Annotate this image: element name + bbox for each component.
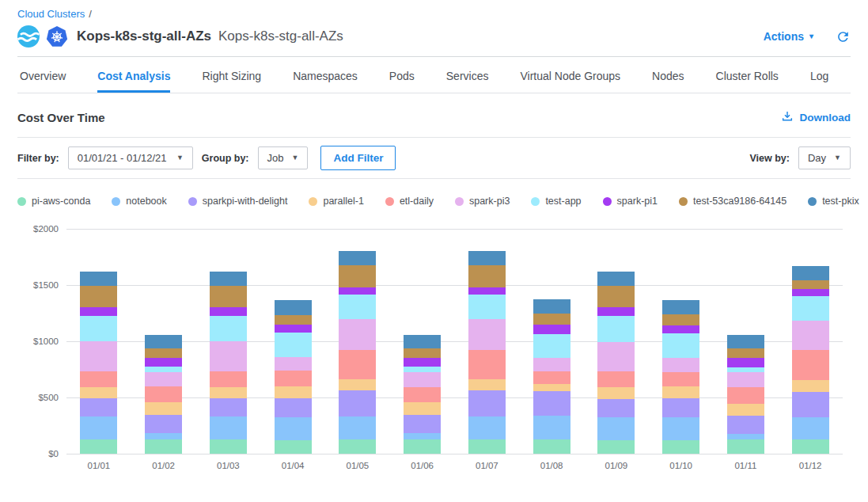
bar-segment-sparkpi-with-delight[interactable] [339,390,376,416]
legend-item-pi-aws-conda[interactable]: pi-aws-conda [17,196,90,207]
bar-segment-test-app[interactable] [533,334,570,358]
bar-segment-spark-pi1[interactable] [404,358,441,367]
bar-segment-spark-pi3[interactable] [339,319,376,349]
bar-segment-notebook[interactable] [339,416,376,439]
bar-segment-test-app[interactable] [792,296,829,321]
bar-segment-notebook[interactable] [597,417,635,440]
legend-item-notebook[interactable]: notebook [112,196,166,207]
bar-segment-etl-daily[interactable] [533,371,570,384]
stacked-bar-01-11[interactable] [727,335,764,454]
bar-segment-test-53ca9186-64145[interactable] [275,315,312,325]
bar-segment-spark-pi3[interactable] [597,342,635,372]
legend-item-spark-pi3[interactable]: spark-pi3 [455,196,510,207]
bar-segment-etl-daily[interactable] [145,386,182,402]
bar-segment-sparkpi-with-delight[interactable] [662,398,699,417]
legend-item-test-53ca9186-64145[interactable]: test-53ca9186-64145 [679,196,787,207]
bar-segment-sparkpi-with-delight[interactable] [597,399,635,417]
view-by-select[interactable]: Day ▼ [798,146,851,169]
bar-segment-sparkpi-with-delight[interactable] [727,416,764,434]
bar-segment-spark-pi1[interactable] [210,307,247,316]
date-range-select[interactable]: 01/01/21 - 01/12/21 ▼ [68,146,193,169]
bar-segment-test-53ca9186-64145[interactable] [80,286,117,308]
bar-segment-test-53ca9186-64145[interactable] [597,286,635,307]
bar-segment-pi-aws-conda[interactable] [662,440,699,454]
bar-segment-test-pkix[interactable] [468,251,506,265]
stacked-bar-01-03[interactable] [210,272,247,454]
stacked-bar-01-09[interactable] [597,272,635,454]
bar-segment-test-app[interactable] [80,316,117,341]
bar-segment-parallel-1[interactable] [210,387,247,398]
bar-segment-test-app[interactable] [404,367,441,372]
bar-segment-test-pkix[interactable] [597,272,635,286]
bar-segment-notebook[interactable] [468,416,506,439]
tab-log[interactable]: Log [810,57,828,93]
add-filter-button[interactable]: Add Filter [320,146,396,170]
bar-segment-test-53ca9186-64145[interactable] [404,348,441,357]
bar-segment-notebook[interactable] [662,417,699,440]
tab-namespaces[interactable]: Namespaces [293,57,358,93]
bar-segment-test-pkix[interactable] [662,300,699,314]
bar-segment-spark-pi3[interactable] [80,341,117,371]
bar-segment-sparkpi-with-delight[interactable] [80,398,117,416]
bar-segment-pi-aws-conda[interactable] [468,439,506,454]
bar-segment-test-53ca9186-64145[interactable] [662,314,699,325]
bar-segment-parallel-1[interactable] [468,379,506,390]
bar-segment-spark-pi1[interactable] [597,307,635,316]
stacked-bar-01-02[interactable] [145,335,182,454]
bar-segment-spark-pi1[interactable] [339,287,376,295]
bar-segment-parallel-1[interactable] [145,402,182,415]
bar-segment-spark-pi3[interactable] [792,321,829,351]
bar-segment-test-pkix[interactable] [145,335,182,348]
tab-cost-analysis[interactable]: Cost Analysis [97,57,170,93]
legend-item-test-app[interactable]: test-app [531,196,581,207]
bar-segment-parallel-1[interactable] [404,402,441,415]
bar-segment-pi-aws-conda[interactable] [80,439,117,454]
tab-services[interactable]: Services [446,57,489,93]
bar-segment-notebook[interactable] [533,416,570,439]
bar-segment-spark-pi1[interactable] [727,358,764,367]
tab-right-sizing[interactable]: Right Sizing [202,57,261,93]
bar-segment-spark-pi3[interactable] [404,372,441,386]
bar-segment-test-53ca9186-64145[interactable] [533,314,570,325]
stacked-bar-01-10[interactable] [662,300,699,454]
bar-segment-test-53ca9186-64145[interactable] [210,286,247,308]
bar-segment-pi-aws-conda[interactable] [792,439,829,454]
bar-segment-test-pkix[interactable] [210,272,247,286]
bar-segment-parallel-1[interactable] [727,404,764,416]
bar-segment-pi-aws-conda[interactable] [533,439,570,454]
bar-segment-test-pkix[interactable] [275,300,312,314]
bar-segment-etl-daily[interactable] [275,371,312,386]
tab-pods[interactable]: Pods [389,57,415,93]
bar-segment-spark-pi1[interactable] [468,287,506,295]
download-button[interactable]: Download [781,110,851,125]
stacked-bar-01-07[interactable] [468,251,506,454]
legend-item-parallel-1[interactable]: parallel-1 [309,196,363,207]
bar-segment-pi-aws-conda[interactable] [145,439,182,454]
bar-segment-notebook[interactable] [275,417,312,440]
bar-segment-test-53ca9186-64145[interactable] [792,280,829,289]
bar-segment-pi-aws-conda[interactable] [597,440,635,454]
bar-segment-etl-daily[interactable] [339,350,376,380]
legend-item-sparkpi-with-delight[interactable]: sparkpi-with-delight [188,196,288,207]
legend-item-etl-daily[interactable]: etl-daily [385,196,434,207]
bar-segment-test-app[interactable] [275,333,312,357]
bar-segment-sparkpi-with-delight[interactable] [275,398,312,417]
bar-segment-spark-pi3[interactable] [468,319,506,349]
breadcrumb-link-cloud-clusters[interactable]: Cloud Clusters [17,8,85,20]
bar-segment-notebook[interactable] [792,417,829,439]
bar-segment-test-app[interactable] [145,367,182,372]
stacked-bar-01-08[interactable] [533,299,570,454]
bar-segment-test-53ca9186-64145[interactable] [727,348,764,359]
bar-segment-sparkpi-with-delight[interactable] [404,415,441,433]
bar-segment-sparkpi-with-delight[interactable] [533,391,570,416]
bar-segment-spark-pi3[interactable] [727,372,764,386]
bar-segment-spark-pi1[interactable] [662,325,699,333]
bar-segment-parallel-1[interactable] [80,387,117,398]
bar-segment-spark-pi1[interactable] [533,325,570,333]
stacked-bar-01-12[interactable] [792,266,829,454]
tab-cluster-rolls[interactable]: Cluster Rolls [716,57,779,93]
bar-segment-test-app[interactable] [662,333,699,358]
bar-segment-sparkpi-with-delight[interactable] [210,398,247,416]
stacked-bar-01-01[interactable] [80,272,117,454]
bar-segment-test-app[interactable] [339,295,376,319]
